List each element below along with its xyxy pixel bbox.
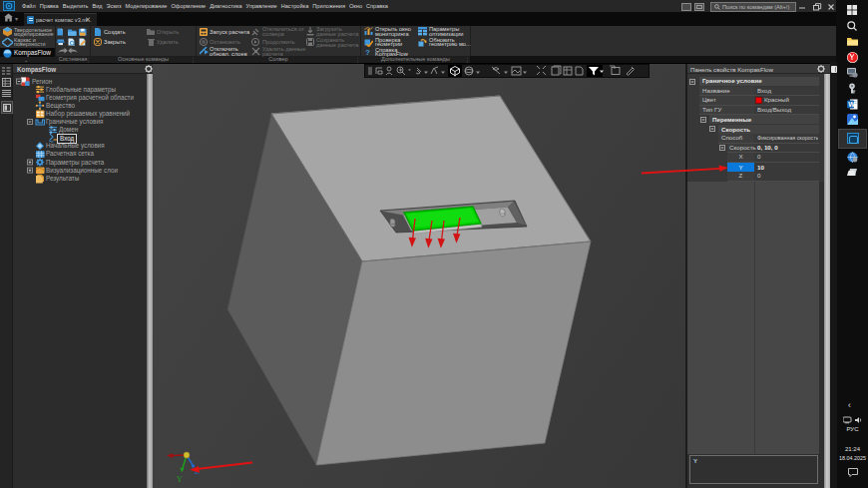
svg-text:Z: Z <box>195 467 200 476</box>
svg-text:W: W <box>848 101 855 108</box>
svg-text:Y: Y <box>177 475 183 484</box>
